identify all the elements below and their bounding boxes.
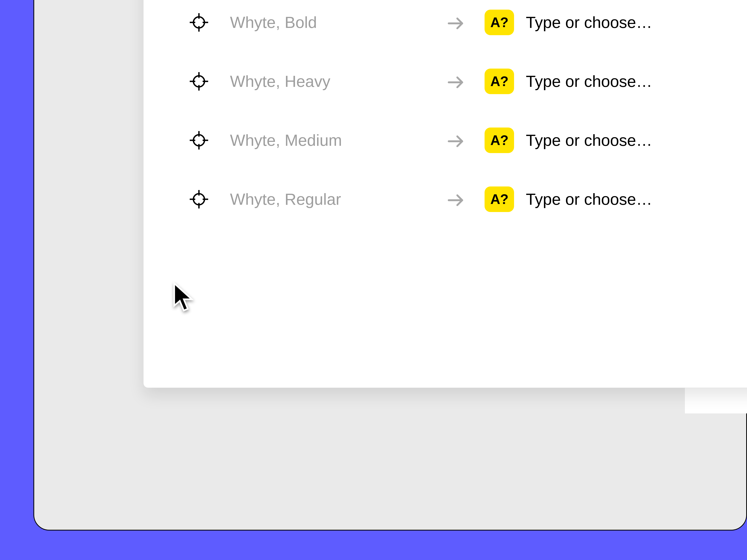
target-icon[interactable] (189, 72, 209, 91)
replacement-font-input[interactable]: Type or choose… (526, 72, 652, 90)
replacement-font-input[interactable]: Type or choose… (526, 190, 652, 209)
missing-font-name: Whyte, Heavy (230, 72, 446, 90)
missing-font-name: Whyte, Regular (230, 190, 446, 209)
missing-font-badge-icon: A? (485, 10, 514, 35)
arrow-right-icon (446, 131, 466, 151)
missing-font-badge-icon: A? (485, 128, 514, 153)
target-icon[interactable] (189, 189, 209, 209)
arrow-right-icon (446, 14, 466, 33)
font-row: Whyte, Heavy A? Type or choose… (144, 66, 747, 96)
missing-font-name: Whyte, Bold (230, 13, 446, 32)
missing-fonts-dialog: Missing Font Replacement Whyte, Bold A? … (143, 0, 747, 388)
app-window: Missing Font Replacement Whyte, Bold A? … (33, 0, 747, 531)
panel-strip (685, 386, 747, 414)
font-row: Whyte, Medium A? Type or choose… (144, 126, 747, 155)
target-icon[interactable] (189, 12, 209, 32)
missing-font-name: Whyte, Medium (230, 131, 446, 150)
font-row: Whyte, Bold A? Type or choose… (144, 8, 747, 37)
replacement-font-input[interactable]: Type or choose… (526, 131, 652, 150)
missing-font-badge-icon: A? (485, 186, 514, 212)
missing-font-badge-icon: A? (485, 69, 514, 94)
replacement-font-input[interactable]: Type or choose… (526, 13, 652, 32)
font-row: Whyte, Regular A? Type or choose… (144, 185, 747, 214)
arrow-right-icon (446, 190, 466, 210)
arrow-right-icon (446, 73, 466, 92)
target-icon[interactable] (189, 131, 209, 150)
